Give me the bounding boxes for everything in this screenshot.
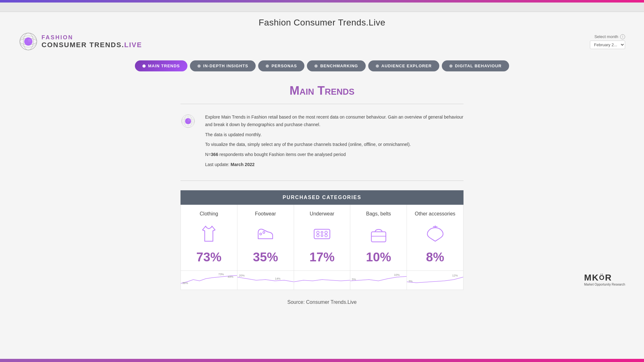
clothing-icon <box>198 223 220 245</box>
underwear-icon <box>311 223 333 245</box>
main-trends-title: Main Trends <box>180 84 464 97</box>
svg-rect-23 <box>371 232 386 242</box>
svg-point-22 <box>321 235 323 237</box>
browser-bar <box>0 3 644 12</box>
svg-point-11 <box>188 119 190 121</box>
svg-point-4 <box>24 37 32 46</box>
sparkline-footwear: 20% 14% <box>237 271 294 290</box>
mkor-logo: MKÖR Market Opportunity Research <box>584 273 625 286</box>
tab-in-depth-insights[interactable]: IN-DEPTH INSIGHTS <box>190 60 256 71</box>
sparkline-accessories: 3% 12% <box>407 271 463 290</box>
logo-fashion: FASHION <box>42 34 142 41</box>
tab-main-trends[interactable]: MAIN TRENDS <box>135 60 187 71</box>
category-underwear: Underwear 17% <box>294 205 351 270</box>
svg-text:12%: 12% <box>452 274 458 277</box>
category-footwear: Footwear 35% <box>237 205 294 270</box>
svg-point-15 <box>263 231 265 233</box>
tab-dot <box>449 64 452 68</box>
logo-consumer: CONSUMER TRENDS.LIVE <box>42 41 142 49</box>
tab-dot <box>376 64 379 68</box>
category-other-accessories: Other accessories 8% <box>407 205 463 270</box>
logo-text: FASHION CONSUMER TRENDS.LIVE <box>42 34 142 49</box>
month-select[interactable]: February 2... <box>590 41 625 49</box>
globe-illustration <box>180 114 196 136</box>
tab-digital-behaviour[interactable]: DIGITAL BEHAVIOUR <box>442 60 509 71</box>
mkor-brand: MKÖR <box>584 273 625 283</box>
intro-section: Explore Main Trends in Fashion retail ba… <box>180 104 464 181</box>
svg-point-21 <box>321 231 323 233</box>
svg-point-20 <box>325 234 327 237</box>
tab-dot <box>266 64 269 68</box>
sparklines-row: 73% 49% 36% 20% 14% <box>180 271 464 290</box>
tab-audience-explorer[interactable]: AUDIENCE EXPLORER <box>368 60 439 71</box>
bags-icon <box>368 223 390 245</box>
sparkline-bags: 5% 10% <box>350 271 407 290</box>
svg-rect-16 <box>314 229 330 239</box>
bottom-color-bar <box>0 359 644 362</box>
svg-text:3%: 3% <box>408 280 413 283</box>
logo-area: FASHION CONSUMER TRENDS.LIVE <box>19 32 142 51</box>
sparkline-underwear <box>294 271 351 290</box>
mkor-subtitle: Market Opportunity Research <box>584 283 625 286</box>
intro-text: Explore Main Trends in Fashion retail ba… <box>205 114 464 171</box>
header-section: FASHION CONSUMER TRENDS.LIVE Select mont… <box>0 32 644 51</box>
svg-text:14%: 14% <box>275 277 280 280</box>
nav-tabs: MAIN TRENDS IN-DEPTH INSIGHTS PERSONAS B… <box>0 60 644 71</box>
purchased-categories-section: PURCHASED CATEGORIES Clothing 73% Footwe… <box>180 190 464 290</box>
logo-globe-icon <box>19 32 38 51</box>
accessories-icon <box>424 223 446 245</box>
tab-benchmarking[interactable]: BENCHMARKING <box>307 60 365 71</box>
info-icon[interactable]: i <box>620 34 625 39</box>
page-title: Fashion Consumer Trends.Live <box>0 12 644 32</box>
svg-text:36%: 36% <box>182 281 188 285</box>
top-color-bar <box>0 0 644 3</box>
svg-point-17 <box>317 231 319 234</box>
tab-dot <box>197 64 201 68</box>
tab-personas[interactable]: PERSONAS <box>258 60 304 71</box>
svg-text:73%: 73% <box>218 273 224 276</box>
content-wrapper: Main Trends Explore Main Trends in F <box>0 84 644 311</box>
sparkline-clothing: 73% 49% 36% <box>181 271 237 290</box>
tab-dot <box>314 64 318 68</box>
svg-point-14 <box>260 233 262 235</box>
select-month-area: Select month i February 2... <box>590 34 625 49</box>
tab-dot <box>142 64 146 68</box>
footer-source: Source: Consumer Trends.Live <box>180 293 464 311</box>
svg-text:49%: 49% <box>228 275 233 278</box>
main-content: Main Trends Explore Main Trends in F <box>180 84 464 311</box>
svg-point-18 <box>317 234 319 237</box>
svg-point-19 <box>325 231 327 234</box>
select-month-label: Select month i <box>594 34 625 39</box>
svg-text:20%: 20% <box>239 274 245 277</box>
purchased-categories-header: PURCHASED CATEGORIES <box>180 190 464 205</box>
categories-row: Clothing 73% Footwear <box>180 205 464 271</box>
category-bags-belts: Bags, belts 10% <box>350 205 407 270</box>
svg-point-5 <box>28 39 31 42</box>
footwear-icon <box>254 223 276 245</box>
svg-text:10%: 10% <box>394 273 400 276</box>
category-clothing: Clothing 73% <box>181 205 237 270</box>
svg-text:5%: 5% <box>352 278 356 281</box>
